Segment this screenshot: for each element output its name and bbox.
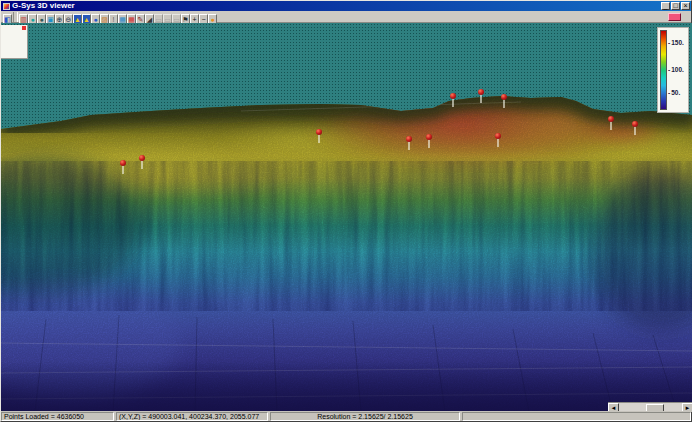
open-surface-icon: ◧: [4, 16, 11, 23]
scale-label: 50.: [668, 89, 680, 96]
scale-label: 100.: [668, 66, 684, 73]
grid-color-icon: ▦: [119, 16, 126, 23]
palette-icon: ▨: [101, 16, 108, 23]
elevation-labels: 150.100.50.: [668, 30, 688, 110]
window-2-icon: ▭: [164, 16, 171, 23]
zoom-plus-icon: +: [192, 16, 196, 23]
info-icon: !: [113, 16, 115, 23]
status-coordinates: (X,Y,Z) = 490003.041, 400234.370, 2055.0…: [116, 412, 268, 421]
light-icon: ●: [210, 16, 214, 23]
sphere-shade-icon: ●: [30, 16, 34, 23]
status-points-loaded: Points Loaded = 4636050: [1, 412, 114, 421]
zoom-out-icon: ⊖: [66, 16, 72, 23]
zoom-in-icon: ⊕: [57, 16, 63, 23]
save-icon: ▥: [20, 16, 27, 23]
terrain-shading: [1, 85, 692, 413]
toolbar: ◧ ▥●●▣⊕⊖▲▲●▨!▦▦✎◢▭▭▭⚑+−●: [1, 11, 691, 23]
elevation-colorbar: [660, 30, 667, 110]
window-1-icon: ▭: [155, 16, 162, 23]
status-bar: Points Loaded = 4636050 (X,Y,Z) = 490003…: [1, 411, 691, 421]
terrain-viewport[interactable]: 150.100.50. ◄ ►: [1, 23, 692, 413]
texture-image-icon: ▣: [47, 16, 54, 23]
profile-2-icon: ▲: [83, 16, 90, 23]
terrain-render[interactable]: [1, 23, 692, 413]
sphere-dark-icon: ●: [39, 16, 43, 23]
status-resolution: Resolution = 2.15625/ 2.15625: [270, 412, 460, 421]
profile-1-icon: ▲: [74, 16, 81, 23]
elevation-legend: 150.100.50.: [657, 27, 689, 113]
maximize-button[interactable]: □: [671, 2, 680, 10]
app-window: G-Sys 3D viewer _ □ × ◧ ▥●●▣⊕⊖▲▲●▨!▦▦✎◢▭…: [0, 0, 692, 422]
flag-icon: ⚑: [182, 16, 188, 23]
draw-icon: ✎: [138, 16, 144, 23]
highlight-button[interactable]: [668, 13, 681, 21]
overview-panel: [1, 25, 28, 59]
toolbar-separator: [13, 12, 18, 22]
globe-icon: ●: [93, 16, 97, 23]
grid-red-icon: ▦: [128, 16, 135, 23]
close-button[interactable]: ×: [681, 2, 690, 10]
minimize-button[interactable]: _: [661, 2, 670, 10]
status-empty: [462, 412, 691, 421]
zoom-minus-icon: −: [201, 16, 205, 23]
window-3-icon: ▭: [173, 16, 180, 23]
overview-marker: [22, 26, 26, 30]
select-arrow-icon: ◢: [147, 16, 152, 23]
scale-label: 150.: [668, 39, 684, 46]
